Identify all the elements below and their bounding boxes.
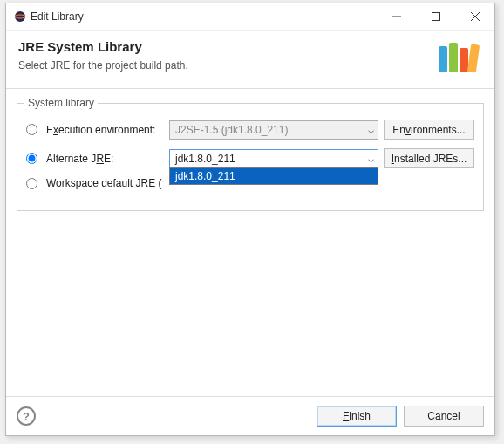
- radio-execution-env-label: Execution environment:: [46, 124, 155, 136]
- cancel-button[interactable]: Cancel: [404, 406, 484, 427]
- window-title: Edit Library: [27, 10, 377, 23]
- finish-button[interactable]: Finish: [317, 406, 397, 427]
- library-icon: [435, 38, 482, 76]
- environments-button[interactable]: Environments...: [384, 120, 474, 140]
- chevron-down-icon: ⌵: [368, 124, 374, 136]
- dialog-window: Edit Library JRE System Library Select J…: [5, 3, 495, 436]
- row-execution-env: Execution environment: J2SE-1.5 (jdk1.8.…: [26, 120, 474, 140]
- help-icon[interactable]: ?: [17, 406, 36, 426]
- svg-rect-3: [432, 13, 439, 21]
- radio-execution-env[interactable]: Execution environment:: [26, 124, 164, 136]
- installed-jres-button[interactable]: Installed JREs...: [384, 148, 474, 168]
- minimize-button[interactable]: [377, 3, 416, 30]
- chevron-down-icon[interactable]: ⌵: [368, 153, 374, 165]
- svg-rect-8: [460, 48, 468, 72]
- system-library-group: System library Execution environment: J2…: [17, 103, 484, 211]
- radio-alternate-jre-label: Alternate JRE:: [46, 153, 113, 165]
- alternate-jre-combo[interactable]: jdk1.8.0_211 ⌵ jdk1.8.0_211: [169, 149, 378, 168]
- radio-alternate-jre-input[interactable]: [26, 153, 37, 164]
- svg-rect-7: [449, 43, 458, 72]
- header-pane: JRE System Library Select JRE for the pr…: [6, 31, 494, 89]
- eclipse-icon: [13, 10, 27, 24]
- radio-workspace-default-label: Workspace default JRE (: [46, 177, 162, 189]
- dropdown-option[interactable]: jdk1.8.0_211: [170, 168, 378, 184]
- radio-workspace-default[interactable]: Workspace default JRE (: [26, 177, 162, 189]
- titlebar[interactable]: Edit Library: [6, 3, 494, 31]
- svg-rect-6: [439, 46, 447, 72]
- page-subtitle: Select JRE for the project build path.: [18, 59, 426, 72]
- svg-point-0: [15, 11, 25, 22]
- alternate-jre-value: jdk1.8.0_211: [175, 153, 235, 165]
- group-label: System library: [24, 97, 98, 109]
- radio-execution-env-input[interactable]: [26, 124, 37, 135]
- maximize-button[interactable]: [416, 3, 455, 30]
- body-pane: System library Execution environment: J2…: [6, 89, 494, 396]
- close-button[interactable]: [455, 3, 494, 30]
- footer: ? Finish Cancel: [6, 396, 494, 435]
- execution-env-combo: J2SE-1.5 (jdk1.8.0_211) ⌵: [169, 120, 378, 140]
- svg-rect-9: [467, 44, 480, 72]
- radio-workspace-default-input[interactable]: [26, 178, 37, 189]
- row-alternate-jre: Alternate JRE: jdk1.8.0_211 ⌵ jdk1.8.0_2…: [26, 148, 474, 168]
- execution-env-value: J2SE-1.5 (jdk1.8.0_211): [175, 124, 288, 136]
- radio-alternate-jre[interactable]: Alternate JRE:: [26, 153, 164, 165]
- alternate-jre-dropdown[interactable]: jdk1.8.0_211: [169, 167, 378, 185]
- page-title: JRE System Library: [18, 39, 426, 54]
